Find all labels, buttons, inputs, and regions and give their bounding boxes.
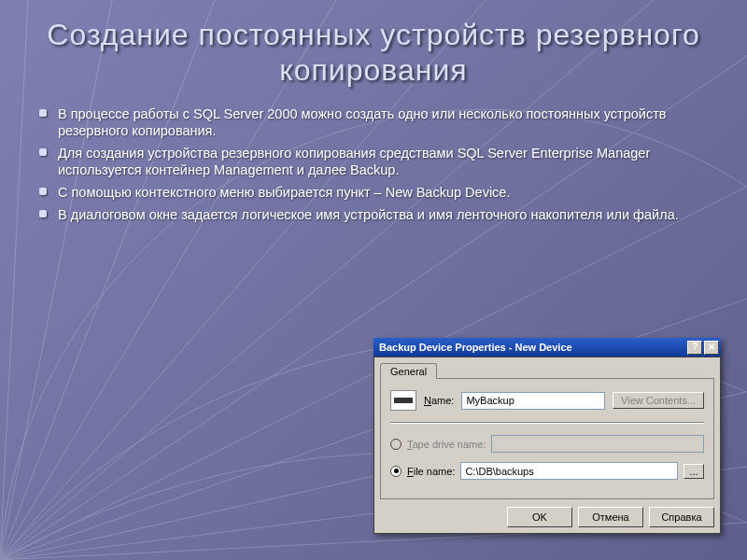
help-button[interactable]: Справка [649, 507, 714, 527]
slide-title: Создание постоянных устройств резервного… [28, 17, 719, 89]
name-input[interactable] [461, 392, 605, 410]
device-icon [390, 390, 416, 411]
list-item: Для создания устройства резервного копир… [45, 145, 719, 178]
dialog-titlebar[interactable]: Backup Device Properties - New Device ? … [374, 338, 721, 357]
view-contents-button: View Contents... [613, 392, 704, 409]
list-item: В диалоговом окне задается логическое им… [45, 206, 719, 223]
tape-label: Tape drive name: [407, 439, 486, 450]
tape-input [491, 435, 704, 453]
tab-general[interactable]: General [380, 363, 437, 379]
cancel-button[interactable]: Отмена [578, 507, 643, 527]
browse-button[interactable]: ... [684, 464, 704, 479]
tape-radio [390, 439, 402, 450]
file-input[interactable] [460, 462, 678, 480]
backup-device-dialog: Backup Device Properties - New Device ? … [374, 338, 721, 534]
help-icon[interactable]: ? [687, 341, 702, 355]
ok-button[interactable]: OK [507, 507, 572, 527]
file-label: File name: [407, 466, 455, 477]
bullet-list: В процессе работы с SQL Server 2000 можн… [28, 105, 719, 224]
dialog-title: Backup Device Properties - New Device [379, 342, 572, 353]
file-radio[interactable] [390, 466, 402, 477]
list-item: В процессе работы с SQL Server 2000 можн… [45, 105, 719, 139]
list-item: С помощью контекстного меню выбирается п… [45, 184, 719, 201]
name-label: Name: [424, 395, 454, 406]
close-icon[interactable]: ✕ [704, 341, 719, 355]
